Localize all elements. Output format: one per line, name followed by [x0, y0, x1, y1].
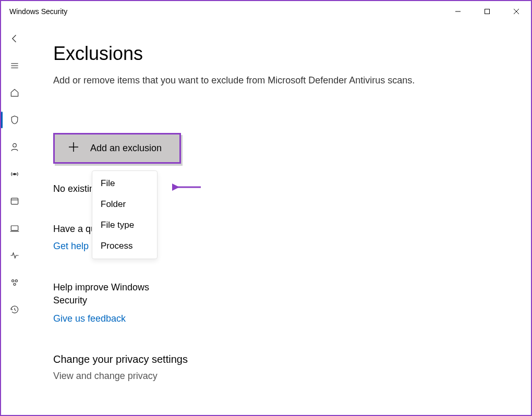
- dropdown-item-folder[interactable]: Folder: [92, 194, 157, 215]
- get-help-link[interactable]: Get help: [53, 241, 89, 252]
- back-button[interactable]: [4, 31, 25, 46]
- add-exclusion-button[interactable]: Add an exclusion: [53, 133, 181, 164]
- sidebar: [1, 22, 28, 415]
- window-title: Windows Security: [9, 7, 67, 16]
- privacy-subtext: View and change privacy: [53, 371, 506, 382]
- close-button[interactable]: [502, 1, 531, 22]
- dropdown-item-file[interactable]: File: [92, 173, 157, 194]
- svg-rect-1: [485, 9, 490, 14]
- family-icon[interactable]: [4, 275, 25, 290]
- firewall-icon[interactable]: [4, 167, 25, 181]
- window-controls: [443, 1, 531, 22]
- minimize-button[interactable]: [443, 1, 473, 22]
- svg-point-13: [12, 280, 14, 282]
- history-icon[interactable]: [4, 302, 25, 317]
- performance-icon[interactable]: [4, 248, 25, 263]
- titlebar: Windows Security: [1, 1, 531, 22]
- feedback-heading: Help improve Windows Security: [53, 281, 178, 307]
- dropdown-item-filetype[interactable]: File type: [92, 215, 157, 236]
- add-exclusion-label: Add an exclusion: [90, 143, 162, 154]
- svg-line-17: [15, 310, 16, 311]
- privacy-heading: Change your privacy settings: [53, 353, 506, 365]
- home-icon[interactable]: [4, 85, 25, 100]
- account-icon[interactable]: [4, 140, 25, 154]
- feedback-link[interactable]: Give us feedback: [53, 313, 126, 324]
- exclusion-type-dropdown: File Folder File type Process: [92, 170, 158, 259]
- svg-rect-9: [11, 198, 18, 204]
- content-area: Exclusions Add or remove items that you …: [28, 22, 531, 415]
- dropdown-item-process[interactable]: Process: [92, 236, 157, 256]
- app-browser-icon[interactable]: [4, 194, 25, 209]
- page-title: Exclusions: [53, 43, 506, 65]
- svg-rect-11: [11, 226, 18, 230]
- plus-icon: [67, 141, 80, 156]
- svg-point-14: [15, 280, 17, 282]
- maximize-button[interactable]: [473, 1, 502, 22]
- page-description: Add or remove items that you want to exc…: [53, 75, 506, 86]
- svg-point-7: [13, 143, 17, 147]
- svg-point-8: [14, 173, 15, 175]
- svg-point-15: [14, 283, 16, 285]
- device-icon[interactable]: [4, 221, 25, 236]
- menu-button[interactable]: [4, 58, 25, 73]
- shield-icon[interactable]: [4, 113, 25, 127]
